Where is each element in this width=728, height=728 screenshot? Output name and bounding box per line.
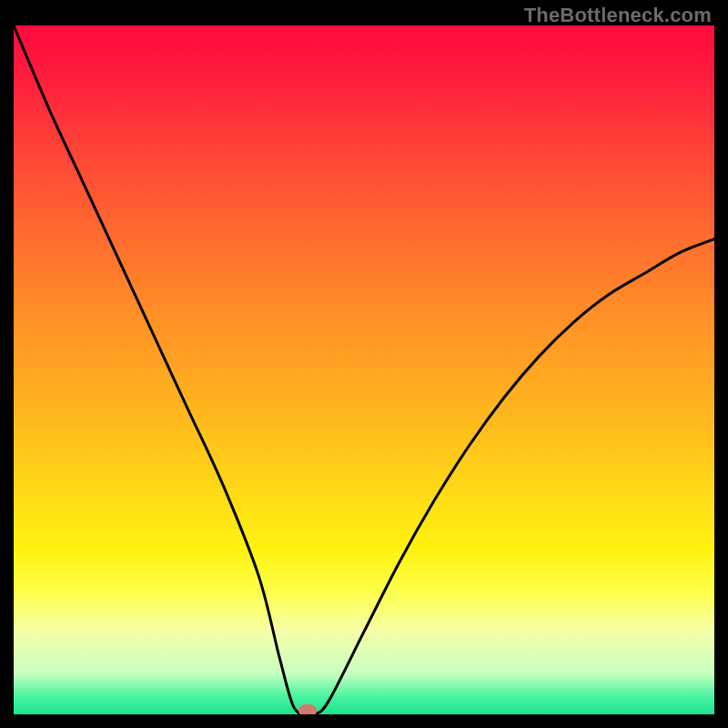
watermark-text: TheBottleneck.com [524, 4, 712, 27]
optimal-point-marker [298, 704, 317, 714]
chart-plot-area [14, 25, 714, 714]
bottleneck-curve [14, 25, 714, 714]
curve-path [14, 25, 714, 714]
chart-frame: TheBottleneck.com [0, 0, 728, 728]
